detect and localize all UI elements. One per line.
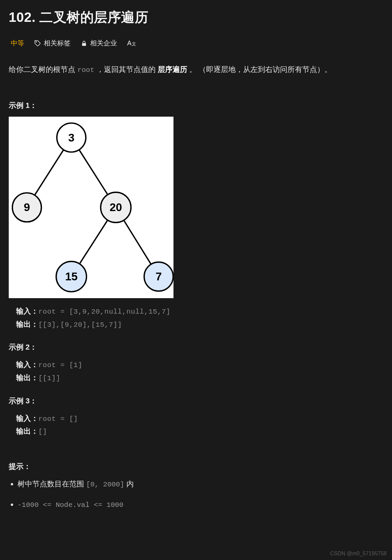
constraint-item: 树中节点数目在范围 [0, 2000] 内 xyxy=(17,478,383,491)
desc-mid: ，返回其节点值的 xyxy=(94,65,158,74)
constraint-code: -1000 <= Node.val <= 1000 xyxy=(17,501,123,509)
output-value: [] xyxy=(38,428,47,436)
desc-code: root xyxy=(77,66,94,74)
lock-icon xyxy=(81,40,87,47)
constraint-item: -1000 <= Node.val <= 1000 xyxy=(17,498,383,511)
companies-link[interactable]: 相关企业 xyxy=(81,39,117,48)
difficulty-badge: 中等 xyxy=(11,39,24,48)
svg-point-0 xyxy=(36,41,37,42)
tags-label: 相关标签 xyxy=(44,39,71,48)
output-label: 输出： xyxy=(16,373,38,382)
example-1-io: 输入：root = [3,9,20,null,null,15,7] 输出：[[3… xyxy=(9,305,383,331)
example-3-heading: 示例 3： xyxy=(9,396,383,406)
desc-bold: 层序遍历 xyxy=(158,65,187,74)
output-value: [[1]] xyxy=(38,374,61,382)
input-label: 输入： xyxy=(16,307,38,315)
tag-icon xyxy=(34,40,41,47)
constraint-post: 内 xyxy=(124,480,134,488)
output-value: [[3],[9,20],[15,7]] xyxy=(38,321,122,329)
problem-description: 给你二叉树的根节点 root ，返回其节点值的 层序遍历 。 （即逐层地，从左到… xyxy=(9,63,383,77)
meta-row: 中等 相关标签 相关企业 A文 xyxy=(9,39,383,48)
companies-label: 相关企业 xyxy=(90,39,117,48)
output-label: 输出： xyxy=(16,427,38,435)
watermark: CSDN @m0_57195758 xyxy=(330,551,387,557)
language-toggle[interactable]: A文 xyxy=(127,39,136,47)
svg-line-3 xyxy=(79,150,108,195)
constraints-list: 树中节点数目在范围 [0, 2000] 内 -1000 <= Node.val … xyxy=(9,478,383,511)
svg-text:20: 20 xyxy=(110,201,122,213)
tree-diagram: 3920157 xyxy=(9,117,173,298)
svg-text:9: 9 xyxy=(24,201,30,213)
svg-rect-1 xyxy=(82,43,86,46)
example-3-io: 输入：root = [] 输出：[] xyxy=(9,412,383,438)
lang-main: A xyxy=(127,39,131,47)
svg-text:15: 15 xyxy=(65,270,78,283)
svg-line-2 xyxy=(35,150,64,195)
example-1-heading: 示例 1： xyxy=(9,101,383,111)
problem-title: 102. 二叉树的层序遍历 xyxy=(9,8,383,27)
constraints-heading: 提示： xyxy=(9,462,383,472)
constraint-code: [0, 2000] xyxy=(86,481,124,488)
input-value: root = [3,9,20,null,null,15,7] xyxy=(38,308,170,316)
example-2-heading: 示例 2： xyxy=(9,342,383,352)
input-value: root = [1] xyxy=(38,361,82,369)
input-label: 输入： xyxy=(16,360,38,369)
desc-pre: 给你二叉树的根节点 xyxy=(9,65,77,74)
svg-text:7: 7 xyxy=(156,270,162,283)
svg-line-5 xyxy=(124,220,151,264)
desc-post: 。 （即逐层地，从左到右访问所有节点）。 xyxy=(187,65,332,74)
example-2-io: 输入：root = [1] 输出：[[1]] xyxy=(9,358,383,384)
output-label: 输出： xyxy=(16,320,38,328)
input-value: root = [] xyxy=(38,415,78,423)
constraint-pre: 树中节点数目在范围 xyxy=(17,480,86,488)
tags-link[interactable]: 相关标签 xyxy=(34,39,71,48)
lang-sub: 文 xyxy=(132,41,136,47)
svg-line-4 xyxy=(80,220,108,264)
svg-text:3: 3 xyxy=(68,131,75,144)
input-label: 输入： xyxy=(16,414,38,423)
